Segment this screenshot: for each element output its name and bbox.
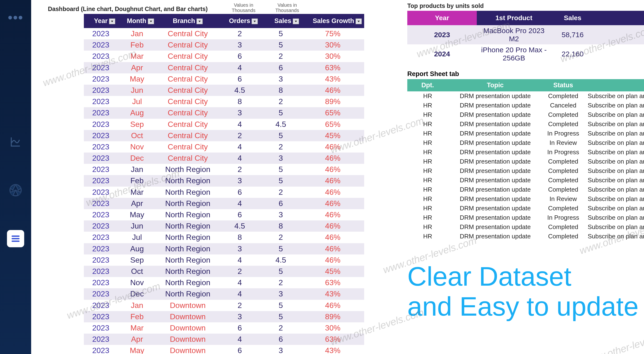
cell-year: 2023 bbox=[407, 25, 477, 44]
cell-orders: 4 bbox=[219, 334, 260, 345]
table-row[interactable]: 2023AprDowntown4663% bbox=[84, 334, 364, 345]
table-row[interactable]: HRDRM presentation updateCompletedSubscr… bbox=[407, 185, 644, 194]
cell-growth: 75% bbox=[302, 28, 364, 39]
table-row[interactable]: 2023JulCentral City8289% bbox=[84, 96, 364, 107]
table-row[interactable]: 2023AugCentral City3565% bbox=[84, 107, 364, 118]
rep-header-dpt[interactable]: Dpt. bbox=[407, 79, 448, 91]
cell-branch: North Region bbox=[156, 198, 219, 209]
filter-icon[interactable] bbox=[196, 19, 203, 24]
table-row[interactable]: HRDRM presentation updateIn ReviewSubscr… bbox=[407, 138, 644, 147]
cell-year: 2024 bbox=[407, 44, 477, 64]
table-row[interactable]: 2023SepCentral City44.565% bbox=[84, 119, 364, 130]
table-row[interactable]: 2024iPhone 20 Pro Max - 256GB22,160 bbox=[407, 44, 644, 64]
table-row[interactable]: HRDRM presentation updateIn ReviewSubscr… bbox=[407, 194, 644, 204]
cell-growth: 65% bbox=[302, 119, 364, 130]
table-row[interactable]: HRDRM presentation updateIn ProgressSubs… bbox=[407, 147, 644, 157]
col-header-month[interactable]: Month bbox=[118, 14, 156, 28]
table-row[interactable]: 2023FebCentral City3530% bbox=[84, 39, 364, 51]
cell-month: Mar bbox=[118, 187, 156, 198]
table-row[interactable]: 2023DecCentral City4346% bbox=[84, 152, 364, 164]
col-header-orders[interactable]: Orders bbox=[219, 14, 260, 28]
table-row[interactable]: 2023JunCentral City4.5846% bbox=[84, 85, 364, 96]
table-row[interactable]: 2023AprNorth Region4646% bbox=[84, 198, 364, 209]
aperture-icon[interactable] bbox=[7, 182, 24, 199]
promo-line2: and Easy to update bbox=[407, 291, 638, 321]
table-row[interactable]: 2023JunNorth Region4.5846% bbox=[84, 220, 364, 232]
cell-dpt: HR bbox=[407, 175, 448, 185]
cell-year: 2023 bbox=[84, 175, 118, 186]
filter-icon[interactable] bbox=[109, 19, 115, 24]
cell-topic: DRM presentation update bbox=[448, 129, 543, 138]
table-row[interactable]: 2023MarCentral City6230% bbox=[84, 51, 364, 62]
table-row[interactable]: 2023DecNorth Region4343% bbox=[84, 288, 364, 300]
cell-topic: DRM presentation update bbox=[448, 119, 543, 129]
tp-header-product[interactable]: 1st Product bbox=[477, 11, 551, 25]
table-row[interactable]: HRDRM presentation updateCompletedSubscr… bbox=[407, 204, 644, 213]
cell-topic: DRM presentation update bbox=[448, 166, 543, 175]
table-row[interactable]: 2023JanNorth Region2546% bbox=[84, 164, 364, 175]
table-row[interactable]: 2023JulNorth Region8246% bbox=[84, 232, 364, 243]
table-row[interactable]: 2023OctCentral City2545% bbox=[84, 130, 364, 141]
table-row[interactable]: 2023MacBook Pro 2023 M258,716 bbox=[407, 25, 644, 44]
cell-sales: 58,716 bbox=[551, 25, 594, 44]
table-row[interactable]: 2023MayDowntown6343% bbox=[84, 345, 364, 354]
table-row[interactable]: 2023NovCentral City4246% bbox=[84, 141, 364, 152]
cell-status: In Progress bbox=[542, 213, 584, 222]
table-row[interactable]: HRDRM presentation updateCompletedSubscr… bbox=[407, 175, 644, 185]
table-row[interactable]: 2023AprCentral City4663% bbox=[84, 62, 364, 73]
tp-header-sales[interactable]: Sales bbox=[551, 11, 594, 25]
table-row[interactable]: 2023OctNorth Region2545% bbox=[84, 266, 364, 277]
cell-status: Completed bbox=[542, 204, 584, 213]
rep-header-topic[interactable]: Topic bbox=[448, 79, 543, 91]
table-row[interactable]: 2023MarNorth Region6246% bbox=[84, 187, 364, 198]
chart-icon[interactable] bbox=[7, 133, 24, 150]
cell-orders: 6 bbox=[219, 345, 260, 354]
table-row[interactable]: HRDRM presentation updateIn ProgressSubs… bbox=[407, 129, 644, 138]
table-row[interactable]: 2023JanCentral City2575% bbox=[84, 28, 364, 39]
col-header-year[interactable]: Year bbox=[84, 14, 118, 28]
filter-icon[interactable] bbox=[293, 19, 299, 24]
table-row[interactable]: HRDRM presentation updateCompletedSubscr… bbox=[407, 157, 644, 166]
cell-dpt: HR bbox=[407, 194, 448, 204]
col-header-sales-growth[interactable]: Sales Growth bbox=[302, 14, 364, 28]
table-row[interactable]: 2023FebNorth Region3546% bbox=[84, 175, 364, 186]
table-row[interactable]: 2023FebDowntown3589% bbox=[84, 311, 364, 322]
cell-sales: 5 bbox=[260, 164, 301, 175]
cell-growth: 63% bbox=[302, 277, 364, 288]
cell-branch: North Region bbox=[156, 254, 219, 266]
col-header-branch[interactable]: Branch bbox=[156, 14, 219, 28]
table-row[interactable]: HRDRM presentation updateIn ProgressSubs… bbox=[407, 213, 644, 222]
table-row[interactable]: HRDRM presentation updateCompletedSubscr… bbox=[407, 232, 644, 241]
table-row[interactable]: 2023SepNorth Region44.546% bbox=[84, 254, 364, 266]
rep-header-status[interactable]: Status bbox=[542, 79, 584, 91]
promo-text: Clear Dataset and Easy to update bbox=[407, 261, 638, 322]
table-row[interactable]: HRDRM presentation updateCompletedSubscr… bbox=[407, 222, 644, 232]
table-row[interactable]: HRDRM presentation updateCompletedSubscr… bbox=[407, 110, 644, 119]
col-header-sales[interactable]: Sales bbox=[260, 14, 301, 28]
cell-status: In Review bbox=[542, 194, 584, 204]
filter-icon[interactable] bbox=[356, 19, 362, 24]
table-row[interactable]: 2023JanDowntown2546% bbox=[84, 300, 364, 311]
cell-month: Feb bbox=[118, 39, 156, 51]
filter-icon[interactable] bbox=[148, 19, 154, 24]
cell-topic: DRM presentation update bbox=[448, 204, 543, 213]
table-row[interactable]: 2023NovNorth Region4263% bbox=[84, 277, 364, 288]
cell-dpt: HR bbox=[407, 157, 448, 166]
cell-orders: 4.5 bbox=[219, 220, 260, 232]
window-controls-icon[interactable]: ••• bbox=[8, 10, 24, 25]
table-row[interactable]: HRDRM presentation updateCompletedSubscr… bbox=[407, 91, 644, 101]
cell-orders: 8 bbox=[219, 232, 260, 243]
cell-growth: 30% bbox=[302, 39, 364, 51]
cell-branch: Downtown bbox=[156, 345, 219, 354]
tp-header-year[interactable]: Year bbox=[407, 11, 477, 25]
menu-icon[interactable] bbox=[7, 230, 24, 247]
filter-icon[interactable] bbox=[252, 19, 258, 24]
table-row[interactable]: HRDRM presentation updateCompletedSubscr… bbox=[407, 166, 644, 175]
table-row[interactable]: HRDRM presentation updateCanceledSubscri… bbox=[407, 101, 644, 110]
cell-year: 2023 bbox=[84, 288, 118, 300]
table-row[interactable]: 2023MayNorth Region6346% bbox=[84, 209, 364, 220]
table-row[interactable]: 2023AugNorth Region3546% bbox=[84, 243, 364, 254]
table-row[interactable]: 2023MarDowntown6230% bbox=[84, 322, 364, 334]
table-row[interactable]: 2023MayCentral City6343% bbox=[84, 73, 364, 85]
table-row[interactable]: HRDRM presentation updateCompletedSubscr… bbox=[407, 119, 644, 129]
